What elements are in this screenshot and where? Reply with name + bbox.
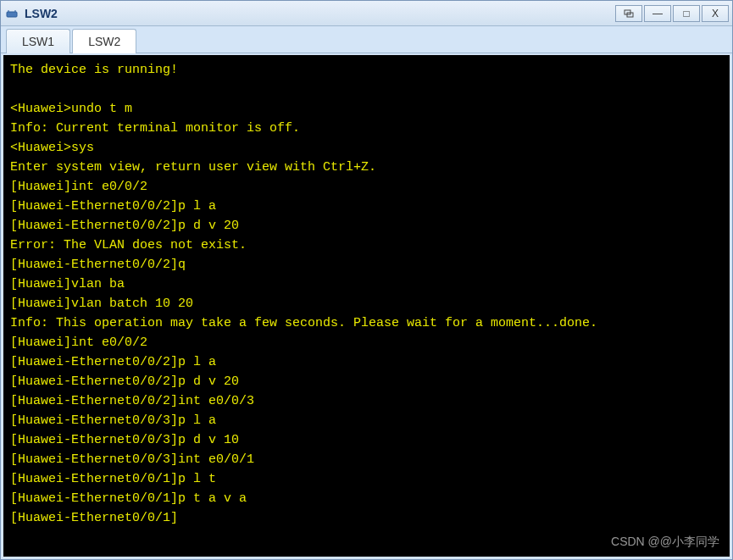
minimize-button[interactable]: — bbox=[644, 5, 671, 22]
terminal-output[interactable]: The device is running! <Huawei>undo t mI… bbox=[1, 53, 732, 559]
app-icon bbox=[4, 6, 19, 21]
terminal-line: Enter system view, return user view with… bbox=[10, 158, 723, 177]
terminal-line: Info: This operation may take a few seco… bbox=[10, 313, 723, 333]
terminal-line: <Huawei>sys bbox=[10, 138, 723, 158]
tab-lsw2[interactable]: LSW2 bbox=[72, 29, 136, 53]
terminal-line: <Huawei>undo t m bbox=[10, 99, 723, 119]
tab-bar: LSW1 LSW2 bbox=[1, 26, 732, 53]
terminal-line: [Huawei-Ethernet0/0/2]p d v 20 bbox=[10, 372, 723, 391]
terminal-line: [Huawei-Ethernet0/0/2]p l a bbox=[10, 352, 723, 372]
terminal-line: [Huawei]vlan ba bbox=[10, 274, 723, 294]
terminal-line: [Huawei-Ethernet0/0/1]p l t bbox=[10, 469, 723, 489]
terminal-line: [Huawei]int e0/0/2 bbox=[10, 333, 723, 352]
terminal-line: [Huawei-Ethernet0/0/3]p d v 10 bbox=[10, 430, 723, 450]
terminal-line: [Huawei]vlan batch 10 20 bbox=[10, 294, 723, 313]
tab-lsw1[interactable]: LSW1 bbox=[6, 29, 70, 53]
popout-button[interactable] bbox=[615, 5, 642, 22]
close-button[interactable]: X bbox=[702, 5, 729, 22]
terminal-line: [Huawei-Ethernet0/0/3]p l a bbox=[10, 411, 723, 430]
maximize-button[interactable]: □ bbox=[673, 5, 700, 22]
terminal-line: [Huawei-Ethernet0/0/2]p l a bbox=[10, 197, 723, 216]
terminal-line: [Huawei-Ethernet0/0/2]q bbox=[10, 255, 723, 274]
titlebar-left: LSW2 bbox=[4, 6, 58, 21]
terminal-line: [Huawei-Ethernet0/0/2]int e0/0/3 bbox=[10, 391, 723, 411]
terminal-line bbox=[10, 80, 723, 99]
terminal-line: The device is running! bbox=[10, 60, 723, 80]
terminal-line: Error: The VLAN does not exist. bbox=[10, 236, 723, 255]
terminal-line: [Huawei-Ethernet0/0/3]int e0/0/1 bbox=[10, 450, 723, 469]
titlebar-controls: — □ X bbox=[614, 5, 729, 22]
titlebar: LSW2 — □ X bbox=[1, 1, 732, 26]
svg-rect-0 bbox=[7, 12, 17, 17]
terminal-line: [Huawei]int e0/0/2 bbox=[10, 177, 723, 197]
terminal-line: [Huawei-Ethernet0/0/1]p t a v a bbox=[10, 489, 723, 508]
window-title: LSW2 bbox=[25, 7, 58, 20]
application-window: LSW2 — □ X LSW1 LSW2 The device is runni… bbox=[0, 0, 733, 560]
terminal-line: [Huawei-Ethernet0/0/1] bbox=[10, 508, 723, 528]
terminal-line: Info: Current terminal monitor is off. bbox=[10, 119, 723, 138]
terminal-line: [Huawei-Ethernet0/0/2]p d v 20 bbox=[10, 216, 723, 236]
